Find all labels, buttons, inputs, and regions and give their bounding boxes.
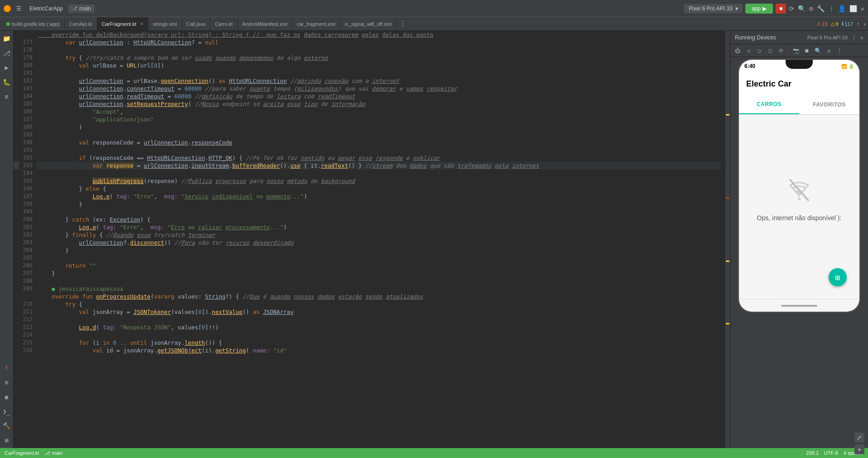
main-layout: 📁 ⎇ ▶ 🐛 ≡ ! ≡ ◉ ❯_ 🔨 ⊞ ov [0, 31, 868, 448]
zoom-controls: ⤢ + [854, 433, 864, 448]
logcat-icon[interactable]: ≡ [2, 377, 12, 387]
commit-icon[interactable]: ⎇ [2, 48, 12, 58]
run-icon[interactable]: ▶ [2, 63, 12, 72]
run-label: app [752, 5, 761, 12]
tab-label: CarFragment.kt [102, 21, 136, 27]
search-icon[interactable]: 🔍 [798, 5, 806, 12]
project-icon[interactable]: 📁 [2, 34, 12, 43]
close-icon[interactable]: ✕ [861, 5, 864, 12]
fab-icon: ⊞ [835, 273, 840, 282]
phone-status-icons: 📶 🔋 [841, 64, 854, 69]
scroll-gutter[interactable] [725, 31, 730, 448]
down-arrow-icon[interactable]: ↓ [863, 21, 866, 27]
running-panel-close-icon[interactable]: ⋮ [851, 34, 857, 41]
tab-label: car_fragment.xml [297, 21, 335, 27]
screenshot-icon[interactable]: 📷 [791, 46, 801, 55]
more-tools-icon[interactable]: ≡ [2, 92, 12, 101]
tab-bar: build.gradle.kts (:app) CarsApi.kt CarFr… [0, 17, 868, 31]
android-studio-logo [4, 5, 11, 12]
running-toolbar: ⏻ ◁ ○ □ ⟳ 📷 ⏺ 🔍 ↺ ⋮ [730, 44, 868, 57]
back-icon[interactable]: ◁ [744, 46, 753, 55]
user-icon[interactable]: 👤 [838, 5, 846, 12]
plugins-icon[interactable]: ◉ [2, 392, 12, 402]
more-icon[interactable]: ⋮ [828, 5, 834, 12]
tab-call[interactable]: Call.java [182, 17, 211, 30]
tab-strings[interactable]: strings.xml [149, 17, 182, 30]
maximize-icon[interactable]: ⬜ [849, 5, 857, 12]
tab-manifest[interactable]: AndroidManifest.xml [238, 17, 293, 30]
app-tab-row: CARROS FAVORITOS [739, 95, 859, 115]
run-button[interactable]: app ▶ [745, 4, 773, 14]
home-icon[interactable]: ○ [755, 46, 764, 55]
tab-build-gradle[interactable]: build.gradle.kts (:app) [2, 17, 65, 30]
nav-handle [781, 305, 817, 307]
svg-point-1 [798, 198, 801, 200]
tab-label: AndroidManifest.xml [242, 21, 288, 27]
build-icon[interactable]: 🔨 [2, 421, 12, 431]
tab-label: Call.java [187, 21, 206, 27]
record-icon[interactable]: ⏺ [802, 46, 811, 55]
app-title: Electric Car [746, 79, 791, 89]
running-devices-panel: Running Devices Pixel 6 Pro API 33 ⋮ ✕ ⏻… [730, 31, 868, 448]
tab-carro[interactable]: Carro.kt [211, 17, 238, 30]
zoom-expand-icon[interactable]: ⤢ [854, 433, 864, 443]
running-panel-title: Running Devices [735, 34, 804, 41]
app-tab-carros-label: CARROS [757, 101, 782, 107]
status-line-col: 209:1 [806, 450, 819, 456]
error-badge[interactable]: ⚠ 19 [816, 21, 827, 27]
debug-icon[interactable]: 🐛 [2, 77, 12, 87]
app-tab-favoritos[interactable]: FAVORITOS [799, 95, 859, 114]
tab-carsapi[interactable]: CarsApi.kt [65, 17, 97, 30]
fab-button[interactable]: ⊞ [829, 268, 847, 286]
app-toolbar: Electric Car [739, 72, 859, 95]
running-panel-x-icon[interactable]: ✕ [860, 34, 863, 41]
toolbar-separator [788, 47, 789, 54]
menu-file[interactable]: ☰ [14, 5, 24, 13]
info-badge[interactable]: ℹ 117 [842, 21, 853, 27]
battery-icon: 🔋 [849, 64, 854, 69]
app-name[interactable]: EletricCarApp [27, 5, 66, 13]
stop-button[interactable]: ■ [776, 4, 786, 14]
tab-car-fragment-xml[interactable]: car_fragment.xml [292, 17, 340, 30]
running-panel-header: Running Devices Pixel 6 Pro API 33 ⋮ ✕ [730, 31, 868, 44]
up-arrow-icon[interactable]: ↑ [857, 21, 860, 27]
phone-time: 6:40 [744, 63, 755, 69]
tab-label: Carro.kt [215, 21, 233, 27]
branch-name: main [79, 5, 91, 12]
terminal-icon[interactable]: ❯_ [2, 406, 12, 416]
no-internet-icon [781, 171, 817, 207]
app-content: Ops, internet não disponível ): [739, 115, 859, 277]
tab-overflow-icon[interactable]: ⋮ [397, 19, 409, 28]
top-icons: ⟳ 🔍 ⚙ 🔧 ⋮ 👤 ⬜ ✕ [789, 5, 864, 12]
recents-icon[interactable]: □ [766, 46, 775, 55]
tab-wifi-off[interactable]: ic_signal_wifi_off.xml [340, 17, 396, 30]
branch-selector[interactable]: ⎇ main [68, 5, 95, 13]
sync-icon[interactable]: ⟳ [789, 5, 794, 12]
power-icon[interactable]: ⏻ [733, 46, 742, 55]
problems-icon[interactable]: ! [2, 363, 12, 373]
run-icon: ▶ [762, 5, 767, 12]
device-selector[interactable]: Pixel 6 Pro API 33 ▾ [684, 4, 743, 13]
phone-notch [786, 60, 813, 69]
zoom-icon[interactable]: 🔍 [813, 46, 822, 55]
tab-label: ic_signal_wifi_off.xml [345, 21, 391, 27]
tab-carfragment[interactable]: CarFragment.kt ✕ [97, 17, 149, 30]
settings-icon[interactable]: ⚙ [809, 5, 813, 12]
rotate-icon[interactable]: ⟳ [777, 46, 786, 55]
refresh-icon[interactable]: ↺ [824, 46, 833, 55]
zoom-in-icon[interactable]: + [854, 444, 864, 448]
warn-badge[interactable]: △ 9 [831, 21, 838, 27]
no-internet-message: Ops, internet não disponível ): [757, 214, 842, 222]
tools-icon[interactable]: 🔧 [817, 5, 825, 12]
code-editor[interactable]: override fun doInBackground(vararg url: … [14, 31, 725, 448]
phone-nav-bar [739, 299, 859, 312]
database-icon[interactable]: ⊞ [2, 435, 12, 445]
tab-label: CarsApi.kt [69, 21, 92, 27]
chevron-down-icon: ▾ [735, 5, 738, 12]
tab-indicator [6, 22, 10, 26]
more-rtb-icon[interactable]: ⋮ [835, 46, 844, 55]
tab-close-icon[interactable]: ✕ [140, 21, 144, 26]
app-tab-carros[interactable]: CARROS [739, 95, 799, 114]
status-encoding: UTF-8 [824, 450, 838, 456]
phone-screen: Electric Car CARROS FAVORITOS [739, 72, 859, 299]
